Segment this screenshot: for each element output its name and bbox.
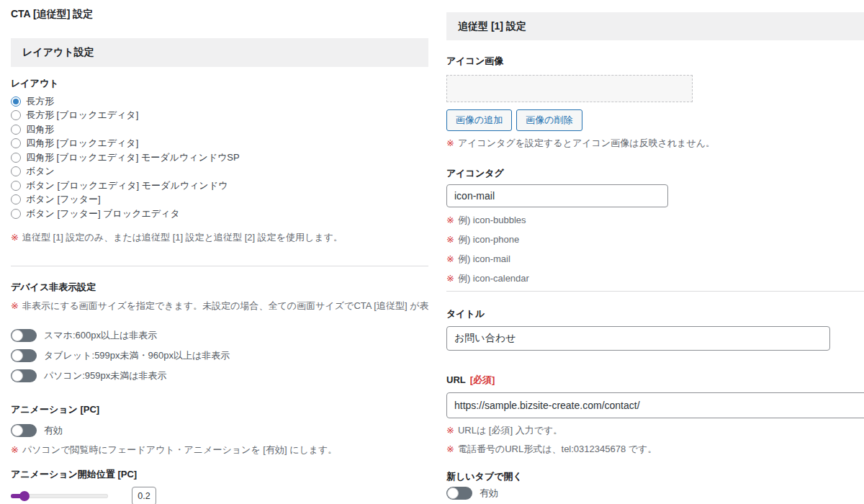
layout-radio-option[interactable]: 長方形 bbox=[11, 94, 428, 109]
layout-radio-option[interactable]: 四角形 bbox=[11, 122, 428, 137]
new-tab-toggle-switch[interactable] bbox=[446, 487, 472, 500]
animation-start-slider-row bbox=[11, 487, 428, 504]
url-note-text: 電話番号のURL形式は、tel:0312345678 です。 bbox=[458, 443, 657, 456]
layout-radio-option[interactable]: ボタン [ブロックエディタ] モーダルウィンドウ bbox=[11, 179, 428, 193]
layout-field-label: レイアウト bbox=[11, 77, 428, 90]
toggle-knob bbox=[12, 425, 23, 436]
animation-pc-label: アニメーション [PC] bbox=[11, 403, 428, 416]
animation-start-value[interactable] bbox=[132, 487, 156, 504]
radio-icon[interactable] bbox=[11, 153, 21, 163]
delete-image-button[interactable]: 画像の削除 bbox=[516, 109, 582, 131]
layout-radio-option[interactable]: ボタン [フッター] ブロックエディタ bbox=[11, 207, 428, 221]
add-image-button[interactable]: 画像の追加 bbox=[446, 109, 512, 131]
url-required-badge: [必須] bbox=[470, 374, 495, 387]
url-label-row: URL [必須] bbox=[446, 374, 864, 387]
device-toggle-label: パソコン:959px未満は非表示 bbox=[44, 369, 167, 382]
icon-image-note-text: アイコンタグを設定するとアイコン画像は反映されません。 bbox=[458, 137, 715, 150]
radio-label: ボタン bbox=[26, 165, 55, 178]
icon-tag-example-text: 例) icon-bubbles bbox=[458, 214, 526, 227]
device-hide-note-text: 非表示にする画面サイズを指定できます。未設定の場合、全ての画面サイズでCTA [… bbox=[22, 300, 428, 312]
icon-tag-example-text: 例) icon-calendar bbox=[458, 272, 529, 285]
icon-tag-example: ※例) icon-bubbles bbox=[446, 214, 864, 227]
page-title: CTA [追従型] 設定 bbox=[11, 0, 428, 21]
radio-icon[interactable] bbox=[11, 96, 21, 107]
device-toggle-switch[interactable] bbox=[11, 369, 37, 382]
device-hide-note: ※ 非表示にする画面サイズを指定できます。未設定の場合、全ての画面サイズでCTA… bbox=[11, 300, 428, 312]
new-tab-toggle-row[interactable]: 有効 bbox=[446, 485, 864, 502]
icon-image-note: ※ アイコンタグを設定するとアイコン画像は反映されません。 bbox=[446, 137, 864, 150]
layout-radio-option[interactable]: 長方形 [ブロックエディタ] bbox=[11, 109, 428, 123]
note-marker: ※ bbox=[11, 444, 19, 456]
radio-icon[interactable] bbox=[11, 209, 21, 219]
cta-settings-page: { "note_marker": "※", "colors": { "accen… bbox=[0, 0, 864, 504]
icon-tag-input[interactable] bbox=[446, 184, 668, 207]
device-toggle-switch[interactable] bbox=[11, 349, 37, 362]
animation-note-text: パソコンで閲覧時にフェードアウト・アニメーションを [有効] にします。 bbox=[22, 444, 337, 456]
radio-label: 四角形 bbox=[26, 123, 54, 136]
device-hide-label: デバイス非表示設定 bbox=[11, 281, 428, 294]
radio-icon[interactable] bbox=[11, 181, 21, 191]
radio-icon[interactable] bbox=[11, 125, 21, 135]
animation-toggle-label: 有効 bbox=[44, 424, 63, 437]
radio-icon[interactable] bbox=[11, 166, 21, 176]
layout-section-header: レイアウト設定 bbox=[11, 38, 428, 67]
layout-radio-group: 長方形長方形 [ブロックエディタ]四角形四角形 [ブロックエディタ]四角形 [ブ… bbox=[11, 94, 428, 221]
left-divider bbox=[11, 266, 428, 266]
radio-dot bbox=[13, 99, 19, 104]
title-field-label: タイトル bbox=[446, 307, 864, 320]
slider-knob[interactable] bbox=[19, 491, 30, 501]
follow1-section-header-label: 追従型 [1] 設定 bbox=[458, 20, 526, 33]
icon-tag-examples: ※例) icon-bubbles※例) icon-phone※例) icon-m… bbox=[446, 214, 864, 285]
animation-note: ※ パソコンで閲覧時にフェードアウト・アニメーションを [有効] にします。 bbox=[11, 444, 428, 456]
radio-label: ボタン [フッター] bbox=[26, 193, 101, 206]
url-note: ※電話番号のURL形式は、tel:0312345678 です。 bbox=[446, 443, 864, 456]
radio-icon[interactable] bbox=[11, 138, 21, 148]
layout-note-text: 追従型 [1] 設定のみ、または追従型 [1] 設定と追従型 [2] 設定を使用… bbox=[22, 231, 343, 244]
note-marker: ※ bbox=[446, 253, 454, 266]
toggle-knob bbox=[12, 330, 23, 341]
animation-start-slider[interactable] bbox=[11, 494, 108, 498]
radio-icon[interactable] bbox=[11, 110, 21, 120]
icon-image-dropzone[interactable] bbox=[446, 75, 693, 102]
layout-section-header-label: レイアウト設定 bbox=[22, 46, 94, 59]
radio-label: 長方形 [ブロックエディタ] bbox=[26, 109, 138, 122]
device-toggle-label: スマホ:600px以上は非表示 bbox=[44, 329, 157, 342]
radio-label: 四角形 [ブロックエディタ] bbox=[26, 137, 138, 150]
note-marker: ※ bbox=[11, 231, 19, 244]
right-divider bbox=[446, 291, 864, 292]
layout-radio-option[interactable]: ボタン bbox=[11, 165, 428, 179]
device-toggle-group: スマホ:600px以上は非表示タブレット:599px未満・960px以上は非表示… bbox=[11, 325, 428, 386]
note-marker: ※ bbox=[446, 233, 454, 246]
device-toggle-row[interactable]: タブレット:599px未満・960px以上は非表示 bbox=[11, 346, 428, 366]
url-note-text: URLは [必須] 入力です。 bbox=[458, 424, 562, 437]
note-marker: ※ bbox=[446, 424, 454, 437]
animation-toggle-switch[interactable] bbox=[11, 424, 37, 437]
radio-label: 四角形 [ブロックエディタ] モーダルウィンドウSP bbox=[26, 151, 240, 164]
layout-radio-option[interactable]: ボタン [フッター] bbox=[11, 193, 428, 207]
layout-radio-option[interactable]: 四角形 [ブロックエディタ] モーダルウィンドウSP bbox=[11, 150, 428, 165]
url-notes: ※URLは [必須] 入力です。※電話番号のURL形式は、tel:0312345… bbox=[446, 424, 864, 456]
url-input[interactable] bbox=[446, 392, 864, 418]
device-toggle-switch[interactable] bbox=[11, 329, 37, 342]
follow1-section-header: 追従型 [1] 設定 bbox=[446, 12, 864, 40]
toggle-knob bbox=[447, 487, 459, 499]
left-column: CTA [追従型] 設定 レイアウト設定 レイアウト 長方形長方形 [ブロックエ… bbox=[11, 0, 428, 504]
device-toggle-label: タブレット:599px未満・960px以上は非表示 bbox=[44, 349, 230, 362]
icon-tag-example: ※例) icon-calendar bbox=[446, 272, 864, 285]
device-toggle-row[interactable]: スマホ:600px以上は非表示 bbox=[11, 325, 428, 346]
device-toggle-row[interactable]: パソコン:959px未満は非表示 bbox=[11, 366, 428, 386]
animation-toggle-row[interactable]: 有効 bbox=[11, 420, 428, 441]
note-marker: ※ bbox=[446, 272, 454, 285]
icon-tag-example-text: 例) icon-phone bbox=[458, 233, 519, 246]
note-marker: ※ bbox=[446, 137, 454, 150]
radio-label: ボタン [フッター] ブロックエディタ bbox=[26, 207, 180, 220]
icon-tag-example: ※例) icon-phone bbox=[446, 233, 864, 246]
new-tab-toggle-label: 有効 bbox=[480, 487, 498, 500]
toggle-knob bbox=[12, 350, 23, 361]
radio-icon[interactable] bbox=[11, 194, 21, 204]
title-input[interactable] bbox=[446, 326, 830, 351]
icon-tag-example: ※例) icon-mail bbox=[446, 253, 864, 266]
layout-radio-option[interactable]: 四角形 [ブロックエディタ] bbox=[11, 137, 428, 151]
url-label: URL bbox=[446, 374, 466, 387]
animation-start-label: アニメーション開始位置 [PC] bbox=[11, 468, 428, 481]
